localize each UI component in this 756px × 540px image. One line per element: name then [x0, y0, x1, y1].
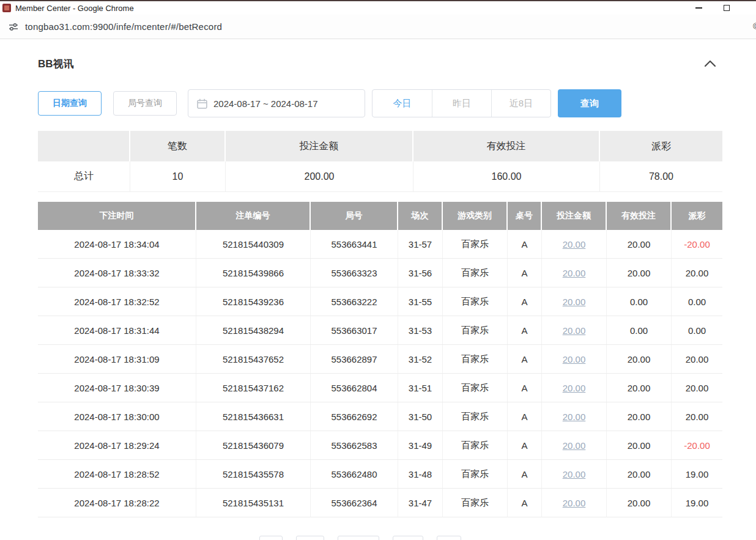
bet-amount-link[interactable]: 20.00	[563, 239, 586, 250]
minimize-icon	[695, 7, 702, 9]
cell-table-no: A	[508, 287, 542, 316]
cell-bet-amount: 20.00	[542, 316, 607, 344]
cell-table-no: A	[508, 402, 542, 431]
collapse-chevron-icon[interactable]	[704, 60, 716, 67]
bet-amount-link[interactable]: 20.00	[563, 354, 586, 364]
bet-amount-link[interactable]: 20.00	[563, 268, 586, 278]
cell-round-no: 553663441	[311, 230, 398, 258]
cell-payout: 19.00	[672, 460, 722, 488]
cell-payout: -20.00	[672, 431, 722, 459]
cell-round-no: 553663323	[311, 259, 398, 287]
cell-payout: 0.00	[672, 287, 722, 316]
summary-valid-bet-value: 160.00	[413, 161, 600, 192]
pagination-button-2[interactable]	[296, 536, 324, 540]
cell-bet-time: 2024-08-17 18:28:22	[38, 489, 196, 517]
summary-count-value: 10	[130, 161, 226, 192]
bet-amount-link[interactable]: 20.00	[563, 440, 586, 451]
cell-game-type: 百家乐	[443, 287, 508, 316]
window-titlebar: Member Center - Google Chrome	[0, 1, 756, 15]
pagination-button-5[interactable]	[437, 536, 461, 540]
cell-bet-time: 2024-08-17 18:29:24	[38, 431, 196, 459]
bet-amount-link[interactable]: 20.00	[563, 383, 586, 393]
cell-game-type: 百家乐	[443, 402, 508, 431]
cell-bet-time: 2024-08-17 18:30:00	[38, 402, 196, 431]
cell-bet-no: 521815435131	[196, 489, 311, 517]
maximize-icon	[724, 5, 730, 11]
bet-amount-link[interactable]: 20.00	[563, 498, 586, 508]
quick-range-group: 今日 昨日 近8日	[372, 89, 551, 117]
cell-round-no: 553662480	[311, 460, 398, 488]
browser-toolbar: tongbao31.com:9900/infe/mcenter/#/betRec…	[0, 15, 756, 39]
table-row: 2024-08-17 18:30:39 521815437162 5536628…	[38, 374, 722, 402]
cell-session: 31-53	[398, 316, 443, 344]
cell-bet-no: 521815437162	[196, 374, 311, 402]
cell-payout: 20.00	[672, 374, 722, 402]
table-row: 2024-08-17 18:32:52 521815439236 5536632…	[38, 287, 722, 316]
table-row: 2024-08-17 18:31:44 521815438294 5536630…	[38, 316, 722, 345]
cell-table-no: A	[508, 374, 542, 402]
cell-bet-amount: 20.00	[542, 374, 607, 402]
col-header-round-no: 局号	[311, 202, 398, 230]
bet-record-table: 下注时间 注单编号 局号 场次 游戏类别 桌号 投注金额 有效投注 派彩 202…	[38, 202, 722, 517]
today-button[interactable]: 今日	[372, 90, 432, 117]
cell-bet-no: 521815436631	[196, 402, 311, 431]
cell-table-no: A	[508, 316, 542, 344]
cell-session: 31-47	[398, 489, 443, 517]
cell-bet-amount: 20.00	[542, 489, 607, 517]
summary-bet-amount-value: 200.00	[226, 161, 413, 192]
bet-amount-link[interactable]: 20.00	[563, 469, 586, 479]
last-8-days-button[interactable]: 近8日	[491, 90, 550, 117]
cell-payout: 0.00	[672, 316, 722, 344]
cell-bet-no: 521815439866	[196, 259, 311, 287]
cell-payout: 19.00	[672, 489, 722, 517]
pagination-bar	[259, 536, 722, 540]
summary-header-payout: 派彩	[600, 131, 722, 161]
bet-amount-link[interactable]: 20.00	[563, 325, 586, 336]
cell-game-type: 百家乐	[443, 230, 508, 258]
yesterday-button[interactable]: 昨日	[432, 90, 491, 117]
summary-header-empty	[38, 131, 130, 161]
cell-session: 31-50	[398, 402, 443, 431]
pagination-button-1[interactable]	[259, 536, 283, 540]
table-body: 2024-08-17 18:34:04 521815440309 5536634…	[38, 230, 722, 517]
maximize-button[interactable]	[713, 1, 741, 15]
date-query-tab[interactable]: 日期查询	[38, 91, 102, 116]
bet-amount-link[interactable]: 20.00	[563, 412, 586, 422]
col-header-game-type: 游戏类别	[443, 202, 508, 230]
cell-payout: 20.00	[672, 259, 722, 287]
date-range-value: 2024-08-17 ~ 2024-08-17	[213, 98, 318, 109]
window-title: Member Center - Google Chrome	[15, 4, 134, 13]
cell-bet-amount: 20.00	[542, 259, 607, 287]
pagination-button-3[interactable]	[338, 536, 379, 540]
cell-bet-time: 2024-08-17 18:28:52	[38, 460, 196, 488]
bet-amount-link[interactable]: 20.00	[563, 297, 586, 307]
cell-round-no: 553662364	[311, 489, 398, 517]
query-button[interactable]: 查询	[558, 89, 621, 117]
cell-bet-time: 2024-08-17 18:34:04	[38, 230, 196, 258]
address-bar[interactable]: tongbao31.com:9900/infe/mcenter/#/betRec…	[25, 21, 222, 32]
cell-game-type: 百家乐	[443, 431, 508, 459]
col-header-bet-amount: 投注金额	[542, 202, 607, 230]
cell-payout: 20.00	[672, 402, 722, 431]
cell-round-no: 553662897	[311, 345, 398, 373]
toolbar-right-icon[interactable]: ©	[753, 21, 756, 31]
cell-bet-no: 521815436079	[196, 431, 311, 459]
cell-round-no: 553662804	[311, 374, 398, 402]
pagination-button-4[interactable]	[393, 536, 423, 540]
round-query-tab[interactable]: 局号查询	[113, 91, 177, 116]
col-header-table-no: 桌号	[508, 202, 542, 230]
col-header-bet-no: 注单编号	[196, 202, 311, 230]
minimize-button[interactable]	[684, 1, 713, 15]
summary-header-valid-bet: 有效投注	[413, 131, 600, 161]
site-settings-icon[interactable]	[8, 21, 19, 32]
table-row: 2024-08-17 18:31:09 521815437652 5536628…	[38, 345, 722, 374]
cell-session: 31-56	[398, 259, 443, 287]
col-header-payout: 派彩	[672, 202, 722, 230]
cell-table-no: A	[508, 345, 542, 373]
cell-table-no: A	[508, 230, 542, 258]
filter-bar: 日期查询 局号查询 2024-08-17 ~ 2024-08-17 今日 昨日 …	[38, 89, 722, 117]
cell-valid-bet: 20.00	[607, 259, 672, 287]
cell-table-no: A	[508, 431, 542, 459]
date-range-picker[interactable]: 2024-08-17 ~ 2024-08-17	[188, 89, 365, 117]
cell-bet-amount: 20.00	[542, 402, 607, 431]
